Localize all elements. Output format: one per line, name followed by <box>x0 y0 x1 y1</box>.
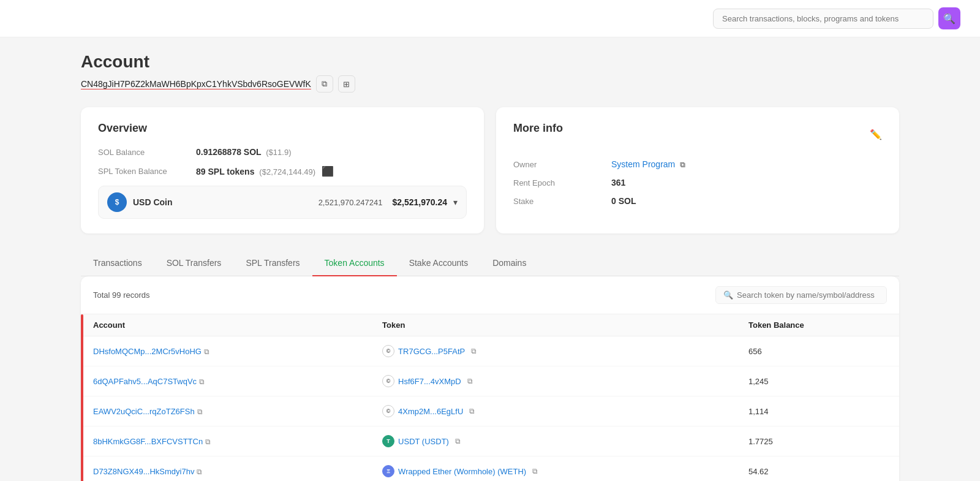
stake-row: Stake 0 SOL <box>513 196 882 206</box>
token-balance: 1,245 <box>736 366 899 396</box>
copy-icon: ⧉ <box>322 79 327 89</box>
more-info-card: More info ✏️ Owner System Program ⧉ Rent… <box>496 107 899 233</box>
owner-label: Owner <box>513 160 611 169</box>
token-link[interactable]: Wrapped Ether (Wormhole) (WETH) <box>398 467 526 476</box>
table-wrapper: Account Token Token Balance DHsfoMQCMp..… <box>81 314 899 481</box>
owner-link[interactable]: System Program <box>611 159 675 169</box>
qr-address-button[interactable]: ⊞ <box>338 75 355 93</box>
token-balance: 54.62 <box>736 456 899 482</box>
owner-row: Owner System Program ⧉ <box>513 159 882 169</box>
overview-title: Overview <box>98 122 467 135</box>
token-row: $ USD Coin 2,521,970.247241 $2,521,970.2… <box>98 186 467 219</box>
account-link[interactable]: DHsfoMQCMp...2MCr5vHoHG <box>93 347 202 356</box>
search-bar: 🔍 <box>713 7 960 29</box>
tab-stake-accounts[interactable]: Stake Accounts <box>397 251 481 276</box>
copy-account-icon[interactable]: ⧉ <box>204 347 209 356</box>
table-toolbar: Total 99 records 🔍 <box>81 276 899 314</box>
token-icon-1: © <box>382 375 394 387</box>
copy-token-icon[interactable]: ⧉ <box>471 347 477 355</box>
token-icon-3: T <box>382 435 394 447</box>
table-row: 8bHKmkGG8F...BXFCVSTTCn ⧉TUSDT (USDT) ⧉1… <box>81 426 899 456</box>
search-icon: 🔍 <box>943 13 956 25</box>
token-icon-0: © <box>382 345 394 357</box>
records-count: Total 99 records <box>93 290 150 300</box>
copy-account-icon[interactable]: ⧉ <box>197 468 202 476</box>
sol-balance-value: 0.91268878 SOL ($11.9) <box>196 147 291 157</box>
account-link[interactable]: EAWV2uQciC...rqZoTZ6FSh <box>93 407 195 416</box>
edit-icon[interactable]: ✏️ <box>870 129 882 140</box>
token-icon-2: © <box>382 405 394 417</box>
table-row: D73Z8NGX49...HkSmdyi7hv ⧉ΞWrapped Ether … <box>81 456 899 482</box>
tab-token-accounts[interactable]: Token Accounts <box>312 251 397 276</box>
more-info-header: More info ✏️ <box>513 122 882 147</box>
token-amount: 2,521,970.247241 <box>318 198 383 207</box>
token-link[interactable]: 4Xmp2M...6EgLfU <box>398 407 463 416</box>
header: 🔍 <box>0 0 980 37</box>
spl-balance-value: 89 SPL tokens ($2,724,144.49) ⬛ <box>196 165 334 177</box>
copy-owner-icon[interactable]: ⧉ <box>680 161 685 169</box>
token-balance: 656 <box>736 336 899 366</box>
sol-balance-row: SOL Balance 0.91268878 SOL ($11.9) <box>98 147 467 157</box>
copy-token-icon[interactable]: ⧉ <box>469 407 475 415</box>
copy-token-icon[interactable]: ⧉ <box>455 437 461 445</box>
tab-domains[interactable]: Domains <box>480 251 538 276</box>
qr-icon: ⊞ <box>343 80 350 89</box>
token-search-input[interactable] <box>737 290 879 300</box>
page-content: Account CN48gJiH7P6Z2kMaWH6BpKpxC1YhkVSb… <box>61 37 919 481</box>
spl-balance-row: SPL Token Balance 89 SPL tokens ($2,724,… <box>98 165 467 177</box>
token-chevron-button[interactable]: ▾ <box>453 197 458 207</box>
col-balance: Token Balance <box>736 314 899 336</box>
page-title: Account <box>81 52 899 72</box>
token-name: USD Coin <box>133 197 318 207</box>
token-balance: 1.7725 <box>736 426 899 456</box>
table-row: DHsfoMQCMp...2MCr5vHoHG ⧉©TR7GCG...P5FAt… <box>81 336 899 366</box>
left-red-border <box>81 314 83 481</box>
account-link[interactable]: 6dQAPFahv5...AqC7STwqVc <box>93 377 197 386</box>
token-icon: $ <box>107 192 127 212</box>
account-link[interactable]: 8bHKmkGG8F...BXFCVSTTCn <box>93 437 203 446</box>
table-row: 6dQAPFahv5...AqC7STwqVc ⧉©Hsf6F7...4vXMp… <box>81 366 899 396</box>
rent-epoch-value: 361 <box>611 178 625 187</box>
tab-transactions[interactable]: Transactions <box>81 251 154 276</box>
token-link[interactable]: Hsf6F7...4vXMpD <box>398 377 461 386</box>
sol-balance-label: SOL Balance <box>98 148 196 157</box>
token-search: 🔍 <box>715 286 887 304</box>
search-button[interactable]: 🔍 <box>938 7 960 29</box>
copy-account-icon[interactable]: ⧉ <box>199 377 205 386</box>
data-table: Account Token Token Balance DHsfoMQCMp..… <box>81 314 899 481</box>
owner-value: System Program ⧉ <box>611 159 685 169</box>
spl-balance-label: SPL Token Balance <box>98 167 196 176</box>
tab-sol-transfers[interactable]: SOL Transfers <box>154 251 234 276</box>
rent-epoch-label: Rent Epoch <box>513 178 611 187</box>
more-info-title: More info <box>513 122 563 135</box>
stake-value: 0 SOL <box>611 196 636 206</box>
col-account: Account <box>81 314 370 336</box>
token-link[interactable]: USDT (USDT) <box>398 437 449 446</box>
tabs-row: TransactionsSOL TransfersSPL TransfersTo… <box>81 251 899 276</box>
account-link[interactable]: D73Z8NGX49...HkSmdyi7hv <box>93 467 194 476</box>
account-address: CN48gJiH7P6Z2kMaWH6BpKpxC1YhkVSbdv6RsoGE… <box>81 79 311 89</box>
copy-token-icon[interactable]: ⧉ <box>532 467 538 475</box>
spl-token-icon: ⬛ <box>322 166 334 176</box>
copy-account-icon[interactable]: ⧉ <box>197 407 203 416</box>
col-token: Token <box>370 314 736 336</box>
token-icon-4: Ξ <box>382 465 394 477</box>
token-usd: $2,521,970.24 <box>392 197 447 207</box>
account-address-row: CN48gJiH7P6Z2kMaWH6BpKpxC1YhkVSbdv6RsoGE… <box>81 75 899 93</box>
token-search-icon: 🔍 <box>723 290 733 300</box>
rent-epoch-row: Rent Epoch 361 <box>513 178 882 187</box>
overview-card: Overview SOL Balance 0.91268878 SOL ($11… <box>81 107 484 233</box>
search-input[interactable] <box>713 9 933 29</box>
table-row: EAWV2uQciC...rqZoTZ6FSh ⧉©4Xmp2M...6EgLf… <box>81 396 899 426</box>
stake-label: Stake <box>513 197 611 206</box>
table-section: Total 99 records 🔍 Account Token Token B… <box>81 276 899 481</box>
copy-account-icon[interactable]: ⧉ <box>205 437 211 446</box>
copy-address-button[interactable]: ⧉ <box>316 75 333 93</box>
cards-row: Overview SOL Balance 0.91268878 SOL ($11… <box>81 107 899 233</box>
token-link[interactable]: TR7GCG...P5FAtP <box>398 347 465 356</box>
copy-token-icon[interactable]: ⧉ <box>467 377 473 385</box>
token-balance: 1,114 <box>736 396 899 426</box>
tab-spl-transfers[interactable]: SPL Transfers <box>233 251 312 276</box>
